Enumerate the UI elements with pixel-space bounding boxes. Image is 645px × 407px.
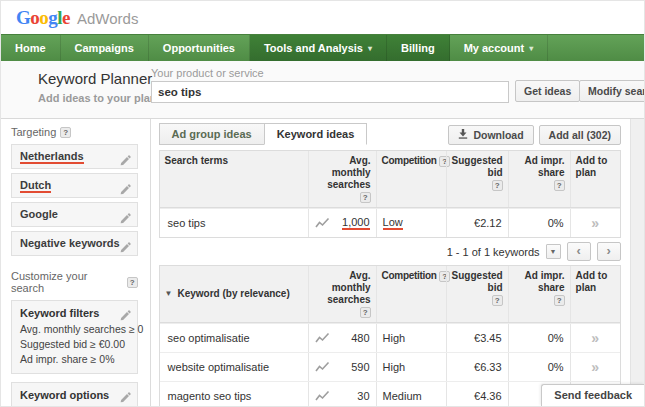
add-to-plan-button[interactable]: »: [591, 330, 599, 346]
pagination-text: 1 - 1 of 1 keywords: [447, 246, 540, 258]
body: Targeting ? Netherlands Dutch Google Neg…: [1, 119, 644, 407]
keyword-options-title: Keyword options: [20, 389, 129, 401]
keyword-ideas-header: ▼ Keyword (by relevance) Avg. monthly se…: [160, 266, 620, 323]
add-to-plan-button[interactable]: »: [591, 215, 599, 231]
targeting-location[interactable]: Netherlands: [11, 144, 138, 169]
trend-chart-icon[interactable]: [315, 217, 330, 229]
header-avg-monthly-searches: Avg. monthly searches ?: [308, 266, 376, 322]
page-size-dropdown[interactable]: ▼: [546, 244, 561, 259]
keyword-filters-box[interactable]: Keyword filters Avg. monthly searches ≥ …: [11, 300, 138, 374]
next-page-button[interactable]: ›: [597, 242, 621, 261]
edit-pencil-icon[interactable]: [120, 180, 131, 203]
competition-cell: Medium: [376, 382, 446, 407]
help-icon[interactable]: ?: [360, 192, 371, 203]
keyword-row: seo optimalisatie 480 High €3.45 0% »: [160, 323, 620, 352]
searches-cell: 1,000: [308, 209, 376, 237]
targeting-language[interactable]: Dutch: [11, 173, 138, 198]
sort-desc-icon: ▼: [165, 288, 173, 300]
logo-letter: e: [62, 7, 70, 29]
page-title: Keyword Planner: [38, 70, 152, 87]
add-all-button[interactable]: Add all (302): [539, 125, 621, 145]
modify-search-button[interactable]: Modify search: [579, 80, 645, 102]
trend-chart-icon[interactable]: [315, 332, 330, 344]
header-ad-impr-share: Ad impr. share?: [508, 151, 570, 207]
product-search-input[interactable]: [151, 81, 509, 103]
logo-letter: o: [30, 7, 39, 29]
header-avg-monthly-searches: Avg. monthly searches ?: [308, 151, 376, 207]
targeting-network[interactable]: Google: [11, 202, 138, 227]
download-button[interactable]: Download: [448, 125, 533, 145]
help-icon[interactable]: ?: [60, 127, 71, 138]
trend-chart-icon[interactable]: [315, 361, 330, 373]
filter-line: Suggested bid ≥ €0.00: [20, 337, 129, 352]
right-margin: [630, 119, 644, 407]
competition-cell: High: [376, 353, 446, 381]
customize-search-label: Customize your search ?: [11, 270, 138, 294]
edit-pencil-icon[interactable]: [120, 238, 131, 261]
logo-letter: G: [16, 7, 30, 29]
google-adwords-logo: G o o g l e AdWords: [16, 7, 138, 29]
nav-billing[interactable]: Billing: [387, 35, 450, 61]
bid-cell: €6.33: [446, 353, 508, 381]
chevron-down-icon: ▾: [368, 44, 372, 53]
nav-campaigns[interactable]: Campaigns: [61, 35, 149, 61]
edit-pencil-icon[interactable]: [120, 389, 131, 407]
search-terms-header: Search terms Avg. monthly searches ? Com…: [160, 151, 620, 208]
logo-letter: o: [39, 7, 48, 29]
keyword-cell: seo optimalisatie: [160, 324, 308, 352]
bid-cell: €3.45: [446, 324, 508, 352]
help-icon[interactable]: ?: [492, 295, 503, 306]
add-to-plan-cell: »: [570, 209, 620, 237]
toolbar-row: Ad group ideas Keyword ideas Download Ad…: [159, 123, 630, 145]
help-icon[interactable]: ?: [360, 307, 371, 318]
header-competition: Competition ?: [376, 266, 446, 322]
tabs: Ad group ideas Keyword ideas: [159, 123, 368, 145]
competition-cell: Low: [376, 209, 446, 237]
targeting-label: Targeting ?: [11, 126, 138, 138]
search-terms-table: Search terms Avg. monthly searches ? Com…: [159, 150, 621, 238]
bid-cell: €2.12: [446, 209, 508, 237]
top-header: G o o g l e AdWords: [1, 1, 644, 34]
edit-pencil-icon[interactable]: [120, 151, 131, 174]
header-search-terms: Search terms: [160, 151, 308, 207]
keyword-filters-title: Keyword filters: [20, 307, 129, 319]
help-icon[interactable]: ?: [554, 180, 565, 191]
trend-chart-icon[interactable]: [315, 390, 330, 402]
help-icon[interactable]: ?: [492, 180, 503, 191]
filter-line: Avg. monthly searches ≥ 0: [20, 322, 129, 337]
page-subtitle: Add ideas to your plan: [38, 92, 157, 104]
keyword-cell: seo tips: [160, 209, 308, 237]
header-suggested-bid: Suggested bid?: [446, 151, 508, 207]
edit-pencil-icon[interactable]: [120, 209, 131, 232]
nav-my-account[interactable]: My account ▾: [450, 35, 549, 61]
tab-keyword-ideas[interactable]: Keyword ideas: [264, 123, 368, 145]
targeting-negative-keywords[interactable]: Negative keywords: [11, 231, 138, 256]
header-ad-impr-share: Ad impr. share?: [508, 266, 570, 322]
planner-subheader: Keyword Planner Add ideas to your plan Y…: [1, 61, 644, 119]
nav-tools-and-analysis[interactable]: Tools and Analysis ▾: [250, 35, 387, 61]
add-to-plan-button[interactable]: »: [591, 359, 599, 375]
edit-pencil-icon[interactable]: [120, 307, 131, 325]
header-keyword-by-relevance[interactable]: ▼ Keyword (by relevance): [160, 266, 308, 322]
prev-page-button[interactable]: ‹: [567, 242, 591, 261]
get-ideas-button[interactable]: Get ideas: [515, 80, 580, 102]
search-term-row: seo tips 1,000 Low €2.12 0% »: [160, 208, 620, 237]
share-cell: 0%: [508, 353, 570, 381]
header-add-to-plan: Add to plan: [570, 151, 620, 207]
download-icon: [458, 129, 468, 141]
help-icon[interactable]: ?: [127, 277, 138, 288]
adwords-keyword-planner: G o o g l e AdWords Home Campaigns Oppor…: [0, 0, 645, 407]
keyword-cell: website optimalisatie: [160, 353, 308, 381]
pagination: 1 - 1 of 1 keywords ▼ ‹ ›: [159, 239, 621, 264]
share-cell: 0%: [508, 209, 570, 237]
competition-cell: High: [376, 324, 446, 352]
product-name: AdWords: [77, 10, 138, 27]
keyword-options-box[interactable]: Keyword options Show broadly related ide…: [11, 382, 138, 407]
nav-home[interactable]: Home: [1, 35, 61, 61]
keyword-filters-lines: Avg. monthly searches ≥ 0Suggested bid ≥…: [20, 322, 129, 367]
nav-opportunities[interactable]: Opportunities: [149, 35, 250, 61]
tab-ad-group-ideas[interactable]: Ad group ideas: [159, 123, 265, 145]
logo-letter: g: [48, 7, 57, 29]
send-feedback-button[interactable]: Send feedback: [541, 384, 644, 406]
help-icon[interactable]: ?: [554, 295, 565, 306]
